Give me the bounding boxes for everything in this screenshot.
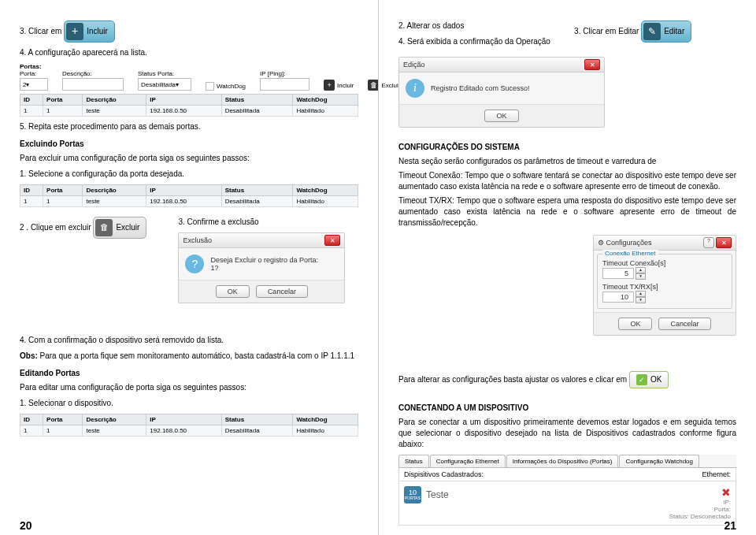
edit-icon: ✎ [643, 23, 661, 40]
tab-cfg-wd[interactable]: Configuração Watchdog [619, 455, 699, 467]
question-icon: ? [185, 254, 204, 273]
chevron-down-icon[interactable]: ▼ [636, 273, 646, 280]
disconnected-icon: ✖ [669, 486, 731, 499]
editando-title: Editando Portas [20, 368, 358, 379]
ok-green-button[interactable]: ✓ OK [629, 371, 669, 388]
portas-table-1: ID Porta Descrição IP Status WatchDog 1 … [20, 94, 358, 117]
page-number: 20 [20, 519, 32, 532]
tab-cfg-eth[interactable]: Configuração Ethernet [430, 455, 506, 467]
device-row[interactable]: 10PORTAS Teste ✖ IP: Porta: Status: Desc… [398, 481, 736, 526]
window-title: ⚙ Configurações [598, 239, 652, 247]
incluir-label: Incluir [87, 26, 108, 37]
timeout-conn-stepper[interactable]: 5 ▲▼ [602, 267, 727, 280]
page-left: 3. Clicar em + Incluir 4. A configuração… [0, 0, 378, 535]
help-icon[interactable]: ? [703, 237, 714, 248]
trash-icon: 🗑 [95, 219, 113, 236]
step-2-alter: 2. Alterar os dados [398, 20, 561, 32]
ok-button[interactable]: OK [484, 110, 518, 122]
excluindo-text: Para excluir uma configuração de porta s… [20, 153, 358, 164]
dialog-title: Edição [403, 61, 425, 69]
label-timeout-conn: Timeout Conexão[s] [602, 259, 727, 267]
porta-select[interactable]: 2 ▾ [20, 78, 48, 91]
ok-button[interactable]: OK [216, 285, 250, 298]
ok-button[interactable]: OK [618, 318, 652, 330]
portas-form-figure: Portas: Porta: 2 ▾ Descrição: Status Por… [20, 63, 358, 117]
descricao-field: Descrição: [62, 70, 124, 91]
device-status-block: ✖ IP: Porta: Status: Desconectado [669, 486, 731, 520]
portas-table-2-figure: ID Porta Descrição IP Status WatchDog 11… [20, 184, 358, 207]
info-icon: i [406, 79, 424, 98]
step-4-removed: 4. Com a confirmação o dispositivo será … [20, 335, 358, 346]
device-name: Teste [426, 489, 449, 500]
editando-text: Para editar uma configuração de porta si… [20, 382, 358, 393]
col-desc: Descrição [83, 95, 146, 106]
col-wd: WatchDog [293, 95, 358, 106]
step-4-conf-op: 4. Será exibida a confirmação da Operaçã… [398, 36, 561, 47]
config-window: ⚙ Configurações ? ✕ Conexão Ethernet Tim… [593, 235, 736, 336]
tabs-bar: Status Configuração Ethernet Informações… [398, 455, 736, 468]
close-icon[interactable]: ✕ [324, 235, 340, 246]
col-status: Status [221, 95, 293, 106]
portas-table-3-figure: IDPortaDescrição IPStatusWatchDog 11test… [20, 414, 358, 437]
obs-label: Obs: [20, 351, 38, 360]
step3-text: 3. Clicar em [20, 27, 61, 35]
ip-field: IP [Ping]: [260, 70, 309, 91]
status-porta-field: Status Porta: Desabilitada ▾ [138, 70, 191, 91]
label-timeout-txrx: Timeout TX/RX[s] [602, 283, 727, 291]
table-row[interactable]: 1 1 teste 192.168.0.50 Desabilitada Habi… [20, 106, 358, 117]
dialog-text: Registro Editado com Sucesso! [431, 84, 530, 92]
alterar-text: Para alterar as configurações basta ajus… [398, 371, 736, 388]
chevron-up-icon[interactable]: ▲ [636, 267, 646, 273]
chevron-down-icon[interactable]: ▼ [636, 297, 646, 303]
cancel-button[interactable]: Cancelar [256, 285, 308, 298]
page-number: 21 [724, 519, 736, 532]
close-icon[interactable]: ✕ [716, 237, 732, 248]
step-2-click-excluir: 2 . Clique em excluir 🗑 Excluir [20, 217, 146, 239]
portas-table-2: ID Porta Descrição IP Status WatchDog 11… [20, 184, 358, 207]
ip-input[interactable] [260, 78, 309, 91]
col-ip: IP [146, 95, 221, 106]
cfg-title: CONFIGURAÇÕES DO SISTEMA [398, 142, 736, 153]
table-row[interactable]: 11teste 192.168.0.50DesabilitadaHabilita… [20, 425, 358, 437]
cancel-button[interactable]: Cancelar [658, 318, 710, 330]
conn-ethernet-group: Conexão Ethernet Timeout Conexão[s] 5 ▲▼… [597, 254, 732, 309]
timeout-txrx-stepper[interactable]: 10 ▲▼ [602, 291, 727, 303]
step-1-select: 1. Selecione a configuração da porta des… [20, 169, 358, 180]
page-spread: 3. Clicar em + Incluir 4. A configuração… [0, 0, 756, 535]
cfg-timeout-conn: Timeout Conexão: Tempo que o software te… [398, 170, 736, 192]
excluir-button[interactable]: 🗑 Excluir [93, 217, 146, 239]
conn-title: CONECTANDO A UM DISPOSITIVO [398, 403, 736, 414]
porta-field: Porta: 2 ▾ [20, 70, 48, 91]
dialog-title: Exclusão [183, 236, 212, 244]
plus-icon: + [66, 23, 83, 40]
step-4-config: 4. A configuração aparecerá na lista. [20, 47, 358, 58]
step-1-edit-select: 1. Selecionar o dispositivo. [20, 398, 358, 409]
checkbox-icon [206, 82, 214, 91]
form-incluir-button[interactable]: +Incluir [324, 80, 354, 91]
step-3-click-editar: 3. Clicar em Editar ✎ Editar [574, 20, 736, 43]
close-icon[interactable]: ✕ [584, 59, 600, 70]
device-window-figure: Status Configuração Ethernet Informações… [398, 455, 736, 526]
step-3-click-incluir: 3. Clicar em + Incluir [20, 20, 358, 43]
status-select[interactable]: Desabilitada ▾ [138, 78, 191, 91]
edicao-dialog: Edição ✕ i Registro Editado com Sucesso!… [398, 57, 605, 128]
chevron-up-icon[interactable]: ▲ [636, 291, 646, 297]
watchdog-check[interactable]: WatchDog [206, 82, 246, 91]
col-id: ID [20, 95, 43, 106]
tab-info[interactable]: Informações do Dispositivo (Portas) [506, 455, 619, 467]
tab-status[interactable]: Status [398, 455, 429, 467]
descricao-input[interactable] [62, 78, 124, 91]
cfg-intro: Nesta seção serão configurados os parâme… [398, 156, 736, 167]
table-row[interactable]: 11teste 192.168.0.50DesabilitadaHabilita… [20, 196, 358, 207]
col-porta: Porta [43, 95, 83, 106]
ports-badge: 10PORTAS [404, 486, 421, 503]
dialog-text: Deseja Excluir o registro da Porta: 1? [210, 256, 318, 272]
incluir-button[interactable]: + Incluir [64, 20, 115, 43]
portas-title: Portas: [20, 63, 358, 70]
step-5-repeat: 5. Repita este procedimento para as dema… [20, 121, 358, 132]
dev-list-header: Dispisitivos Cadastrados: [404, 470, 484, 478]
conn-text: Para se conectar a um dispositivo primei… [398, 417, 736, 450]
editar-button[interactable]: ✎ Editar [641, 20, 691, 43]
obs-line: Obs: Para que a porta fique sem monitora… [20, 351, 358, 362]
check-icon: ✓ [636, 374, 647, 385]
